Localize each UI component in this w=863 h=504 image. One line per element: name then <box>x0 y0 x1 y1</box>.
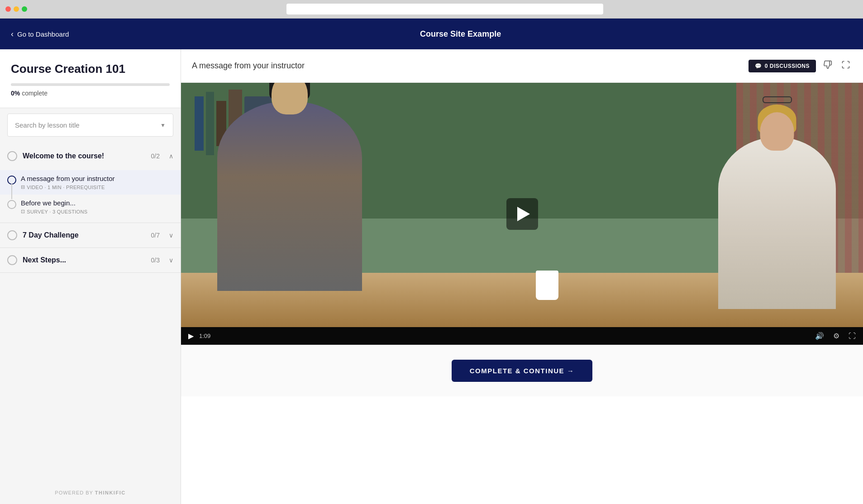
close-dot[interactable] <box>5 6 11 12</box>
brand-name: THINKIFIC <box>95 490 126 495</box>
section-next-steps-circle <box>7 255 17 265</box>
section-next-steps: Next Steps... 0/3 ∨ <box>0 248 181 273</box>
course-header: Course Creation 101 0% complete <box>0 49 181 108</box>
back-arrow-icon: ‹ <box>11 29 14 39</box>
minimize-dot[interactable] <box>14 6 19 12</box>
lesson-msg-instructor[interactable]: A message from your instructor ⊟ VIDEO ·… <box>0 170 181 195</box>
maximize-dot[interactable] <box>22 6 27 12</box>
person1-head <box>272 83 308 114</box>
content-header: A message from your instructor 💬 0 DISCU… <box>181 49 863 83</box>
lesson-title-1: A message from your instructor <box>21 175 173 182</box>
coffee-cup <box>536 271 558 300</box>
section-next-steps-chevron-icon: ∨ <box>169 257 173 264</box>
lesson-content-2: Before we begin... ⊡ SURVEY · 3 QUESTION… <box>21 199 173 214</box>
complete-continue-button[interactable]: COMPLETE & CONTINUE → <box>452 360 593 382</box>
video-controls: ▶ 1:09 🔊 ⚙ ⛶ <box>181 327 863 345</box>
url-bar[interactable] <box>286 4 603 14</box>
settings-icon[interactable]: ⚙ <box>833 332 839 340</box>
powered-by-label: POWERED BY <box>55 490 93 495</box>
video-container: ▶ 1:09 🔊 ⚙ ⛶ <box>181 83 863 345</box>
play-pause-button[interactable]: ▶ <box>188 332 194 340</box>
lesson-before-begin[interactable]: Before we begin... ⊡ SURVEY · 3 QUESTION… <box>0 195 181 219</box>
section-challenge-chevron-icon: ∨ <box>169 232 173 239</box>
lesson-circle-2 <box>7 200 16 209</box>
body-layout: Course Creation 101 0% complete Search b… <box>0 49 863 504</box>
person2-glasses <box>763 96 792 103</box>
complete-section: COMPLETE & CONTINUE → <box>181 345 863 396</box>
lesson-meta-2: ⊡ SURVEY · 3 QUESTIONS <box>21 209 173 214</box>
volume-icon[interactable]: 🔊 <box>815 332 824 340</box>
person2-head <box>760 112 794 151</box>
lesson-meta-1: ⊟ VIDEO · 1 MIN · PREREQUISITE <box>21 184 173 190</box>
app: ‹ Go to Dashboard Course Site Example Co… <box>0 19 863 504</box>
section-challenge-header[interactable]: 7 Day Challenge 0/7 ∨ <box>0 223 181 247</box>
expand-button[interactable] <box>839 58 852 73</box>
search-container[interactable]: Search by lesson title ▼ <box>7 114 173 137</box>
section-welcome-chevron-icon: ∧ <box>169 152 173 160</box>
chat-icon: 💬 <box>755 63 762 69</box>
search-placeholder: Search by lesson title <box>15 121 80 129</box>
main-content: A message from your instructor 💬 0 DISCU… <box>181 49 863 504</box>
section-next-steps-header[interactable]: Next Steps... 0/3 ∨ <box>0 248 181 272</box>
lesson-circle-1 <box>7 176 16 185</box>
section-challenge-count: 0/7 <box>151 232 160 239</box>
top-nav: ‹ Go to Dashboard Course Site Example <box>0 19 863 49</box>
progress-pct: 0% <box>11 90 20 97</box>
progress-bar-container <box>11 83 170 86</box>
nav-title: Course Site Example <box>69 29 852 39</box>
section-next-steps-title: Next Steps... <box>23 256 146 264</box>
video-time: 1:09 <box>199 333 210 339</box>
powered-by: POWERED BY THINKIFIC <box>0 481 181 504</box>
lessons-list-welcome: A message from your instructor ⊟ VIDEO ·… <box>0 168 181 223</box>
discussions-button[interactable]: 💬 0 DISCUSSIONS <box>749 60 816 72</box>
lesson-meta-text-1: VIDEO · 1 MIN · PREREQUISITE <box>27 185 105 190</box>
back-label: Go to Dashboard <box>17 30 69 38</box>
course-title: Course Creation 101 <box>11 62 170 76</box>
lesson-meta-text-2: SURVEY · 3 QUESTIONS <box>27 209 87 214</box>
browser-dots <box>5 6 27 12</box>
section-welcome-title: Welcome to the course! <box>23 152 146 160</box>
thumbs-down-button[interactable] <box>821 58 834 73</box>
fullscreen-icon[interactable]: ⛶ <box>849 332 856 340</box>
progress-label: complete <box>22 90 48 97</box>
back-to-dashboard-link[interactable]: ‹ Go to Dashboard <box>11 29 69 39</box>
section-next-steps-count: 0/3 <box>151 257 160 264</box>
section-welcome-count: 0/2 <box>151 152 160 160</box>
section-challenge: 7 Day Challenge 0/7 ∨ <box>0 223 181 248</box>
play-button[interactable] <box>506 198 538 230</box>
lesson-title-2: Before we begin... <box>21 199 173 207</box>
video-icon: ⊟ <box>21 184 25 190</box>
sidebar: Course Creation 101 0% complete Search b… <box>0 49 181 504</box>
person1-body <box>217 101 362 291</box>
section-welcome: Welcome to the course! 0/2 ∧ A message f… <box>0 144 181 223</box>
progress-text: 0% complete <box>11 90 170 97</box>
lesson-heading: A message from your instructor <box>192 61 305 71</box>
survey-icon: ⊡ <box>21 209 25 214</box>
person2-body <box>718 137 836 309</box>
section-challenge-circle <box>7 230 17 240</box>
lesson-content-1: A message from your instructor ⊟ VIDEO ·… <box>21 175 173 190</box>
play-icon <box>517 207 530 221</box>
browser-chrome <box>0 0 863 19</box>
search-dropdown-icon: ▼ <box>160 122 166 128</box>
sections-list: Welcome to the course! 0/2 ∧ A message f… <box>0 140 181 481</box>
header-actions: 💬 0 DISCUSSIONS <box>749 58 852 73</box>
discussions-count: 0 DISCUSSIONS <box>765 63 810 69</box>
section-welcome-header[interactable]: Welcome to the course! 0/2 ∧ <box>0 144 181 168</box>
section-challenge-title: 7 Day Challenge <box>23 231 146 239</box>
section-welcome-circle <box>7 151 17 161</box>
